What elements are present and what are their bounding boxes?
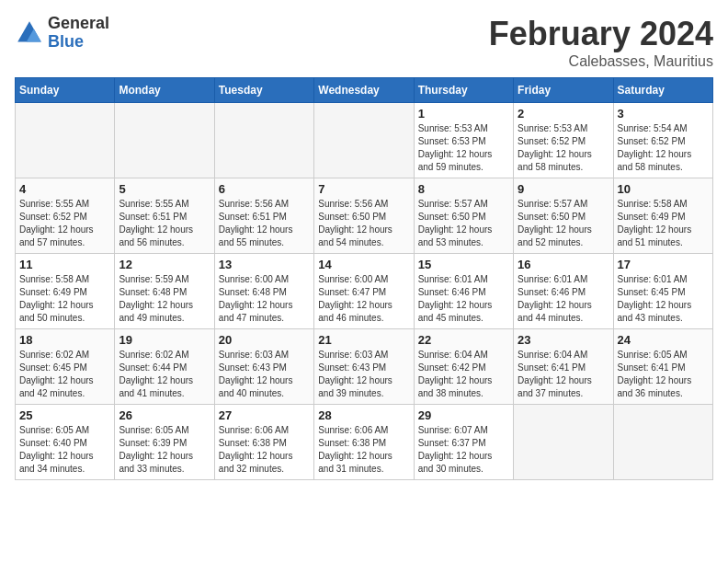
day-cell: 16Sunrise: 6:01 AM Sunset: 6:46 PM Dayli… [514, 254, 613, 329]
day-detail: Sunrise: 6:05 AM Sunset: 6:40 PM Dayligh… [19, 424, 110, 476]
header-cell-monday: Monday [115, 78, 214, 103]
day-detail: Sunrise: 6:02 AM Sunset: 6:45 PM Dayligh… [19, 349, 110, 400]
day-number: 1 [418, 107, 509, 121]
day-detail: Sunrise: 6:07 AM Sunset: 6:37 PM Dayligh… [418, 424, 509, 476]
day-number: 4 [19, 182, 110, 196]
day-detail: Sunrise: 6:05 AM Sunset: 6:39 PM Dayligh… [119, 424, 210, 476]
day-number: 21 [318, 333, 409, 347]
title-area: February 2024 Calebasses, Mauritius [489, 15, 713, 70]
day-cell: 4Sunrise: 5:55 AM Sunset: 6:52 PM Daylig… [16, 178, 115, 254]
day-detail: Sunrise: 5:56 AM Sunset: 6:51 PM Dayligh… [219, 198, 310, 249]
day-cell [613, 405, 712, 480]
day-cell: 8Sunrise: 5:57 AM Sunset: 6:50 PM Daylig… [414, 178, 513, 254]
day-number: 5 [119, 182, 210, 196]
day-cell: 1Sunrise: 5:53 AM Sunset: 6:53 PM Daylig… [414, 103, 513, 178]
logo: General Blue [15, 15, 109, 52]
day-cell: 24Sunrise: 6:05 AM Sunset: 6:41 PM Dayli… [613, 329, 712, 405]
header-cell-saturday: Saturday [613, 78, 712, 103]
calendar-subtitle: Calebasses, Mauritius [489, 53, 713, 70]
day-detail: Sunrise: 6:00 AM Sunset: 6:47 PM Dayligh… [318, 273, 409, 325]
day-detail: Sunrise: 5:58 AM Sunset: 6:49 PM Dayligh… [618, 198, 709, 249]
day-number: 15 [418, 258, 509, 271]
day-number: 6 [219, 182, 310, 196]
day-number: 8 [418, 182, 509, 196]
day-detail: Sunrise: 6:06 AM Sunset: 6:38 PM Dayligh… [219, 424, 310, 476]
day-cell [115, 103, 214, 178]
day-detail: Sunrise: 5:55 AM Sunset: 6:51 PM Dayligh… [119, 198, 210, 249]
day-number: 23 [518, 333, 609, 347]
day-cell: 23Sunrise: 6:04 AM Sunset: 6:41 PM Dayli… [514, 329, 613, 405]
day-cell: 10Sunrise: 5:58 AM Sunset: 6:49 PM Dayli… [613, 178, 712, 254]
day-number: 9 [518, 182, 609, 196]
day-detail: Sunrise: 5:57 AM Sunset: 6:50 PM Dayligh… [518, 198, 609, 249]
day-cell: 3Sunrise: 5:54 AM Sunset: 6:52 PM Daylig… [613, 103, 712, 178]
day-number: 28 [318, 408, 409, 422]
week-row-0: 1Sunrise: 5:53 AM Sunset: 6:53 PM Daylig… [16, 103, 713, 178]
header-cell-tuesday: Tuesday [214, 78, 313, 103]
day-detail: Sunrise: 6:03 AM Sunset: 6:43 PM Dayligh… [318, 349, 409, 400]
day-detail: Sunrise: 6:06 AM Sunset: 6:38 PM Dayligh… [318, 424, 409, 476]
day-detail: Sunrise: 6:04 AM Sunset: 6:42 PM Dayligh… [418, 349, 509, 400]
day-cell: 6Sunrise: 5:56 AM Sunset: 6:51 PM Daylig… [214, 178, 313, 254]
week-row-3: 18Sunrise: 6:02 AM Sunset: 6:45 PM Dayli… [16, 329, 713, 405]
calendar-title: February 2024 [489, 15, 713, 53]
day-cell: 13Sunrise: 6:00 AM Sunset: 6:48 PM Dayli… [214, 254, 313, 329]
day-detail: Sunrise: 6:04 AM Sunset: 6:41 PM Dayligh… [518, 349, 609, 400]
day-cell: 21Sunrise: 6:03 AM Sunset: 6:43 PM Dayli… [314, 329, 414, 405]
day-number: 17 [618, 258, 709, 271]
day-cell [16, 103, 115, 178]
calendar-header: SundayMondayTuesdayWednesdayThursdayFrid… [16, 78, 713, 103]
day-cell: 22Sunrise: 6:04 AM Sunset: 6:42 PM Dayli… [414, 329, 513, 405]
calendar-table: SundayMondayTuesdayWednesdayThursdayFrid… [15, 77, 713, 480]
day-cell [514, 405, 613, 480]
day-detail: Sunrise: 6:01 AM Sunset: 6:45 PM Dayligh… [618, 273, 709, 325]
day-number: 10 [618, 182, 709, 196]
day-detail: Sunrise: 6:00 AM Sunset: 6:48 PM Dayligh… [219, 273, 310, 325]
day-number: 27 [219, 408, 310, 422]
day-detail: Sunrise: 5:53 AM Sunset: 6:52 PM Dayligh… [518, 122, 609, 174]
day-detail: Sunrise: 5:58 AM Sunset: 6:49 PM Dayligh… [19, 273, 110, 325]
day-cell: 27Sunrise: 6:06 AM Sunset: 6:38 PM Dayli… [214, 405, 313, 480]
day-number: 24 [618, 333, 709, 347]
day-cell: 28Sunrise: 6:06 AM Sunset: 6:38 PM Dayli… [314, 405, 414, 480]
day-number: 3 [618, 107, 709, 121]
day-cell: 2Sunrise: 5:53 AM Sunset: 6:52 PM Daylig… [514, 103, 613, 178]
day-cell: 25Sunrise: 6:05 AM Sunset: 6:40 PM Dayli… [16, 405, 115, 480]
day-cell: 14Sunrise: 6:00 AM Sunset: 6:47 PM Dayli… [314, 254, 414, 329]
day-detail: Sunrise: 6:02 AM Sunset: 6:44 PM Dayligh… [119, 349, 210, 400]
day-cell: 12Sunrise: 5:59 AM Sunset: 6:48 PM Dayli… [115, 254, 214, 329]
day-number: 14 [318, 258, 409, 271]
day-detail: Sunrise: 5:55 AM Sunset: 6:52 PM Dayligh… [19, 198, 110, 249]
week-row-2: 11Sunrise: 5:58 AM Sunset: 6:49 PM Dayli… [16, 254, 713, 329]
day-number: 25 [19, 408, 110, 422]
header-cell-sunday: Sunday [16, 78, 115, 103]
day-number: 12 [119, 258, 210, 271]
header-cell-friday: Friday [514, 78, 613, 103]
day-number: 18 [19, 333, 110, 347]
day-cell: 29Sunrise: 6:07 AM Sunset: 6:37 PM Dayli… [414, 405, 513, 480]
day-number: 11 [19, 258, 110, 271]
day-detail: Sunrise: 6:01 AM Sunset: 6:46 PM Dayligh… [418, 273, 509, 325]
day-detail: Sunrise: 5:54 AM Sunset: 6:52 PM Dayligh… [618, 122, 709, 174]
header-cell-wednesday: Wednesday [314, 78, 414, 103]
day-detail: Sunrise: 6:03 AM Sunset: 6:43 PM Dayligh… [219, 349, 310, 400]
day-detail: Sunrise: 5:57 AM Sunset: 6:50 PM Dayligh… [418, 198, 509, 249]
logo-text: General Blue [48, 15, 109, 52]
day-cell: 9Sunrise: 5:57 AM Sunset: 6:50 PM Daylig… [514, 178, 613, 254]
day-number: 22 [418, 333, 509, 347]
day-cell: 5Sunrise: 5:55 AM Sunset: 6:51 PM Daylig… [115, 178, 214, 254]
day-number: 19 [119, 333, 210, 347]
day-cell: 20Sunrise: 6:03 AM Sunset: 6:43 PM Dayli… [214, 329, 313, 405]
day-number: 2 [518, 107, 609, 121]
week-row-1: 4Sunrise: 5:55 AM Sunset: 6:52 PM Daylig… [16, 178, 713, 254]
day-number: 26 [119, 408, 210, 422]
day-cell: 7Sunrise: 5:56 AM Sunset: 6:50 PM Daylig… [314, 178, 414, 254]
day-cell: 11Sunrise: 5:58 AM Sunset: 6:49 PM Dayli… [16, 254, 115, 329]
logo-general-text: General [48, 15, 109, 33]
header-row: SundayMondayTuesdayWednesdayThursdayFrid… [16, 78, 713, 103]
day-detail: Sunrise: 5:59 AM Sunset: 6:48 PM Dayligh… [119, 273, 210, 325]
day-detail: Sunrise: 5:56 AM Sunset: 6:50 PM Dayligh… [318, 198, 409, 249]
day-cell: 26Sunrise: 6:05 AM Sunset: 6:39 PM Dayli… [115, 405, 214, 480]
day-number: 20 [219, 333, 310, 347]
day-number: 13 [219, 258, 310, 271]
